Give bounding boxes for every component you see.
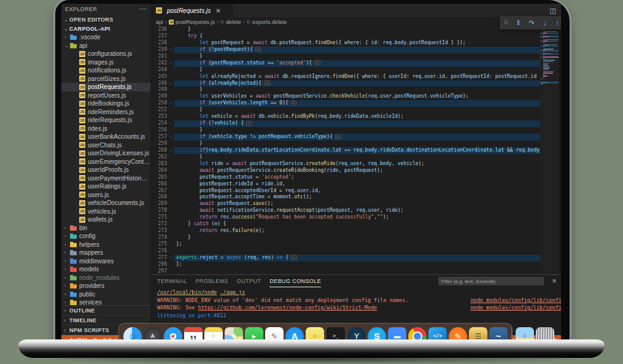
code-line[interactable]: 248} <box>151 87 561 93</box>
code-line[interactable]: 257›if (vehicle.type != postRequest.vehi… <box>151 134 561 141</box>
code-line[interactable]: 270await notificationService.requestAcce… <box>151 207 561 214</box>
drag-handle-icon[interactable]: ⠿ <box>504 16 508 29</box>
split-editor-icon[interactable]: ◫ <box>550 7 556 15</box>
tree-item-file[interactable]: JSrideBookings.js <box>61 99 150 108</box>
code-editor[interactable]: 236}237try {238let postRequest = await d… <box>151 26 561 274</box>
code-line[interactable]: 256} <box>151 127 561 134</box>
tree-item-file[interactable]: JSuserPaymentHistories.js <box>61 174 150 183</box>
step-into-icon[interactable]: ↓ <box>543 16 547 29</box>
code-line[interactable]: 260›if(req.body.rideData.startLocationCo… <box>151 147 561 154</box>
tree-item-file[interactable]: JSriderRequests.js <box>61 116 150 125</box>
code-line[interactable]: 252} <box>151 107 561 114</box>
folded-region-badge[interactable]: ⋯ <box>291 255 297 260</box>
code-line[interactable]: 277›exports.reject = async (req, res) =>… <box>151 255 561 261</box>
open-editors-section[interactable]: ⌄ OPEN EDITORS <box>61 15 150 24</box>
tab-problems[interactable]: PROBLEMS <box>196 276 228 287</box>
tree-item-file[interactable]: JSrideReminders.js <box>61 108 150 117</box>
code-line[interactable]: 263let ride = await postRequestService.c… <box>151 161 561 168</box>
code-line[interactable]: 259} <box>151 141 561 147</box>
code-line[interactable]: 249let userVehicles = await postRequestS… <box>151 93 561 100</box>
code-line[interactable]: 241} <box>151 53 561 60</box>
code-line[interactable]: 272} catch (e) { <box>151 221 561 228</box>
tree-item-file[interactable]: JSimages.js <box>61 58 150 67</box>
tree-item-folder[interactable]: ›models <box>61 265 150 274</box>
folded-region-badge[interactable]: ⋯ <box>255 47 261 52</box>
tree-item-folder[interactable]: ›mappers <box>61 249 150 257</box>
code-line[interactable]: 244} <box>151 67 561 74</box>
folded-region-badge[interactable]: ⋯ <box>314 60 320 65</box>
console-filter-input[interactable] <box>438 277 544 285</box>
minimap[interactable] <box>540 26 559 274</box>
code-line[interactable]: 271return res.success("Request has been … <box>151 214 561 221</box>
tree-item-folder[interactable]: ›helpers <box>61 241 150 249</box>
close-icon[interactable]: ✕ <box>215 7 220 14</box>
code-line[interactable]: 239›if (!postRequest){⋯ <box>151 47 561 53</box>
tree-item-folder[interactable]: ›.vscode <box>61 33 150 42</box>
step-out-icon[interactable]: ↑ <box>555 16 559 29</box>
code-line[interactable]: 242›if (postRequest.status == 'accepted'… <box>151 60 561 67</box>
code-line[interactable]: 265postRequest.status = 'accepted'; <box>151 174 561 181</box>
tree-item-folder[interactable]: ›middlewares <box>61 257 150 266</box>
overview-ruler[interactable] <box>559 26 561 274</box>
tree-item-file[interactable]: JSusers.js <box>61 191 150 199</box>
tree-item-file[interactable]: JSuserChats.js <box>61 141 150 150</box>
code-line[interactable]: 264await postRequestService.createRideBo… <box>151 168 561 174</box>
folded-region-badge[interactable]: ⋯ <box>291 101 297 106</box>
tree-item-folder[interactable]: ›services <box>61 298 150 305</box>
folded-region-badge[interactable]: ⋯ <box>246 121 252 126</box>
code-line[interactable]: 267postRequest.acceptedUserId = req.user… <box>151 188 561 195</box>
tree-item-file[interactable]: JSwallets.js <box>61 215 150 224</box>
step-over-icon[interactable]: ↷ <box>528 16 534 29</box>
folded-region-badge[interactable]: ⋯ <box>335 134 341 139</box>
tree-item-folder[interactable]: ›public <box>61 290 150 299</box>
code-line[interactable]: 296}; <box>151 261 561 268</box>
code-line[interactable]: 238let postRequest = await db.postReques… <box>151 40 561 47</box>
filter-options-icon[interactable]: ≡ <box>552 277 556 284</box>
console-source-link[interactable]: node_modules/config/lib/config <box>470 304 561 312</box>
breadcrumb-file[interactable]: postRequests.js <box>176 19 215 25</box>
tab-terminal[interactable]: TERMINAL <box>157 276 187 287</box>
tree-item-file[interactable]: JSuserEmergencyContacts.js <box>61 158 150 166</box>
code-line[interactable]: 269await postRequest.save(); <box>151 201 561 207</box>
code-line[interactable]: 297 <box>151 268 561 274</box>
tree-item-file[interactable]: JSpostRequests.js <box>61 83 150 91</box>
breadcrumb-delete[interactable]: delete <box>226 19 241 25</box>
code-line[interactable]: 268postRequest.acceptTime = moment.utc()… <box>151 194 561 201</box>
tree-item-file[interactable]: JSrides.js <box>61 125 150 133</box>
explorer-actions-icon[interactable]: ··· <box>139 6 147 12</box>
tree-item-file[interactable]: JSreportUsers.js <box>61 91 150 100</box>
tab-postrequests[interactable]: JS postRequests.js ✕ <box>151 4 234 17</box>
tree-item-file[interactable]: JSuserRatings.js <box>61 182 150 191</box>
console-link[interactable]: https://github.com/lorenwest/node-config… <box>198 304 377 311</box>
tree-item-file[interactable]: JSconfigurations.js <box>61 50 150 58</box>
code-line[interactable]: 250›if (userVehicles.length == 0){⋯ <box>151 100 561 107</box>
tree-item-file[interactable]: JSuserIdProofs.js <box>61 166 150 174</box>
tree-item-file[interactable]: JSnotifications.js <box>61 66 150 75</box>
code-line[interactable]: 237try { <box>151 33 561 40</box>
pause-icon[interactable]: ‖ <box>517 16 520 29</box>
tree-item-folder[interactable]: ⌄api <box>61 42 150 50</box>
code-line[interactable]: 275}; <box>151 241 561 248</box>
tree-item-file[interactable]: JSuserBankAccounts.js <box>61 133 150 141</box>
code-line[interactable]: 246›if (alreadyRejected){⋯ <box>151 80 561 87</box>
folded-region-badge[interactable]: ⋯ <box>264 80 270 85</box>
console-source-link[interactable]: node_modules/config/lib/config <box>470 296 561 304</box>
code-line[interactable]: 254›if (!vehicle) {⋯ <box>151 120 561 127</box>
outline-section[interactable]: › OUTLINE <box>61 306 150 316</box>
code-line[interactable]: 245let alreadyRejected = await db.reques… <box>151 74 561 80</box>
tab-debug-console[interactable]: DEBUG CONSOLE <box>269 276 321 287</box>
console-link[interactable]: /usr/local/bin/node <box>157 289 217 295</box>
tree-item-folder[interactable]: ›bin <box>61 224 150 233</box>
code-line[interactable]: 253let vehicle = await db.vehicle.findBy… <box>151 114 561 120</box>
tree-item-folder[interactable]: ›config <box>61 232 150 241</box>
tree-item-file[interactable]: JSvehicleDocuments.js <box>61 199 150 207</box>
code-line[interactable]: 266postRequest.rideId = ride.id, <box>151 181 561 188</box>
code-line[interactable]: 262} <box>151 154 561 161</box>
tree-item-file[interactable]: JSparcelSizes.js <box>61 75 150 83</box>
code-line[interactable]: 276 <box>151 248 561 255</box>
console-link[interactable]: ./app.js <box>220 289 245 295</box>
breadcrumb-api[interactable]: api <box>156 19 163 25</box>
code-line[interactable]: 273return res.failure(e); <box>151 228 561 234</box>
project-section[interactable]: ⌄ CARPOOL-API <box>61 24 150 33</box>
tree-item-folder[interactable]: ›providers <box>61 282 150 290</box>
